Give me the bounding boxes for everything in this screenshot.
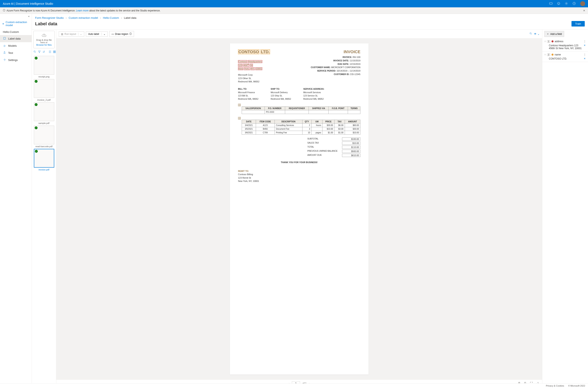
doc-invoice-meta: INVOICE: INV-100INVOICE DATE: 11/15/2019… [311, 55, 360, 76]
add-field-button[interactable]: ＋Add a field [544, 31, 564, 37]
sidebar-project-name: Hello-Custom [0, 29, 32, 35]
thumbnail-read-barcode.pdf[interactable]: ✓read-barcode.pdf [33, 126, 55, 148]
thumb-label: receipt.png [33, 75, 55, 78]
upload-icon [42, 33, 46, 38]
check-icon: ✓ [35, 150, 38, 153]
nav-icon [3, 44, 6, 48]
sidebar-item-settings[interactable]: Settings [0, 56, 32, 64]
plus-icon: ＋ [547, 32, 549, 36]
sidebar-item-label-data[interactable]: Label data [0, 35, 32, 42]
thumbnail-sample.pdf[interactable]: ✓sample.pdf [33, 102, 55, 124]
top-bar-actions: ? [549, 1, 585, 6]
region-icon: ▭ [112, 33, 114, 35]
svg-point-1 [557, 2, 560, 5]
app-title: Azure AI | Document Intelligence Studio [3, 2, 53, 5]
sidebar-item-test[interactable]: Test [0, 49, 32, 56]
check-icon: ✓ [35, 80, 38, 83]
field-address[interactable]: ≡1address⋮Contoso Headquarters 123 456th… [542, 38, 588, 51]
learn-more-link[interactable]: Learn more [76, 9, 89, 12]
auto-label-button[interactable]: Auto label⌄ [86, 31, 107, 37]
search-icon[interactable] [529, 32, 532, 36]
nav-icon [3, 51, 6, 55]
doc-thanks: THANK YOU FOR YOUR BUSINESS! [238, 161, 360, 164]
check-icon: ✓ [35, 103, 38, 106]
doc-address-columns: BILL TO:Microsoft Finance123 Bill St,Red… [238, 87, 360, 101]
remove-value-icon[interactable]: ✕ [583, 44, 586, 47]
svg-rect-0 [549, 3, 552, 4]
breadcrumb-item[interactable]: Form Recognizer Studio [35, 16, 64, 19]
svg-rect-16 [238, 117, 241, 120]
breadcrumb-item[interactable]: Custom extraction model [69, 16, 98, 19]
doc-invoice-title: INVOICE [311, 49, 360, 54]
thumbnail-invoice.pdf[interactable]: ✓invoice.pdf [33, 149, 55, 171]
doc-totals: SUBTOTAL$100.00SALES TAX$10.00TOTAL$110.… [307, 137, 360, 157]
run-layout-button[interactable]: ▦Run layout⌄ [59, 31, 84, 37]
doc-table-items: DATEITEM CODEDESCRIPTIONQTYUMPRICETAXAMO… [242, 120, 360, 135]
more-icon[interactable]: ⋮ [584, 53, 586, 56]
user-avatar[interactable] [580, 1, 585, 6]
thumbnail-invoice_2.pdf[interactable]: ✓invoice_2.pdf [33, 79, 55, 101]
check-icon: ✓ [35, 126, 38, 129]
chevron-down-icon[interactable]: ⌄ [101, 33, 105, 35]
sidebar-collapse-icon[interactable]: « [26, 14, 32, 19]
svg-rect-7 [4, 37, 5, 40]
svg-rect-13 [54, 52, 55, 53]
field-index: 2 [547, 53, 550, 56]
thumb-label: read-barcode.pdf [33, 144, 55, 148]
privacy-link[interactable]: Privacy & Cookies [546, 385, 564, 387]
list-view-icon[interactable] [49, 50, 51, 54]
svg-point-8 [4, 59, 5, 60]
model-icon: ≡ [2, 22, 4, 25]
doc-company-name: CONTOSO LTD. [238, 49, 270, 54]
sidebar-item-label: Label data [8, 37, 21, 40]
layout-icon: ▦ [61, 33, 63, 35]
color-dot [551, 40, 554, 42]
field-value: CONTOSO LTD. [549, 57, 567, 60]
train-button[interactable]: Train [571, 21, 585, 26]
help-icon[interactable]: ? [572, 2, 576, 6]
field-index: 1 [547, 40, 550, 43]
browse-files-link[interactable]: Browse for files [36, 44, 52, 46]
thumb-label: invoice.pdf [33, 168, 55, 171]
more-icon[interactable]: ⋮ [584, 40, 586, 43]
svg-rect-11 [54, 51, 55, 51]
sort-icon[interactable] [42, 50, 45, 54]
nav-icon [3, 37, 6, 40]
document-column: ▦Run layout⌄ Auto label⌄ ▭Draw regionⓘ 👁… [56, 29, 542, 387]
table-icon [238, 104, 241, 106]
drag-icon[interactable]: ≡ [544, 53, 546, 56]
sidebar-item-label: Models [8, 44, 17, 47]
sidebar-model-type[interactable]: ≡ Custom extraction model [0, 19, 32, 29]
sidebar-item-models[interactable]: Models [0, 42, 32, 49]
svg-rect-15 [238, 104, 241, 106]
info-icon: ⓘ [129, 32, 132, 36]
thumb-tools [33, 49, 55, 55]
svg-point-14 [530, 33, 531, 34]
fields-panel: ＋Add a field ≡1address⋮Contoso Headquart… [542, 29, 588, 387]
feedback-icon[interactable] [557, 2, 560, 6]
document-canvas[interactable]: CONTOSO LTD. Contoso Headquarters 123 45… [56, 39, 542, 379]
visibility-icon[interactable]: 👁 ⌄ [534, 32, 540, 35]
field-name: name [555, 53, 561, 56]
search-icon[interactable] [33, 50, 36, 54]
svg-text:?: ? [573, 2, 575, 4]
file-drop-zone[interactable]: Drag & drop file here or Browse for file… [33, 31, 55, 48]
remove-value-icon[interactable]: ✕ [583, 57, 586, 60]
chevron-down-icon[interactable]: ⌄ [78, 33, 82, 35]
field-name[interactable]: ≡2name⋮CONTOSO LTD.✕ [542, 51, 588, 62]
keyboard-icon[interactable] [549, 2, 553, 6]
doc-customer-address: Microsoft Corp123 Other St,Redmond WA, 9… [238, 73, 270, 83]
filter-icon[interactable] [38, 50, 41, 54]
settings-icon[interactable] [565, 2, 568, 6]
drag-icon[interactable]: ≡ [544, 40, 546, 43]
draw-region-button[interactable]: ▭Draw regionⓘ [109, 31, 134, 37]
doc-remit: REMIT TO:Contoso Billing123 Remit StNew … [238, 170, 360, 183]
color-dot [551, 54, 554, 56]
sidebar-item-label: Test [8, 51, 13, 54]
doc-table-po: SALESPERSONP.O. NUMBERREQUISITIONERSHIPP… [242, 106, 360, 114]
breadcrumb-item[interactable]: Hello-Custom [103, 16, 119, 19]
grid-view-icon[interactable] [53, 50, 56, 54]
banner-close-icon[interactable]: ✕ [583, 9, 585, 12]
thumbnail-receipt.png[interactable]: ✓receipt.png [33, 56, 55, 78]
nav-icon [3, 58, 6, 62]
